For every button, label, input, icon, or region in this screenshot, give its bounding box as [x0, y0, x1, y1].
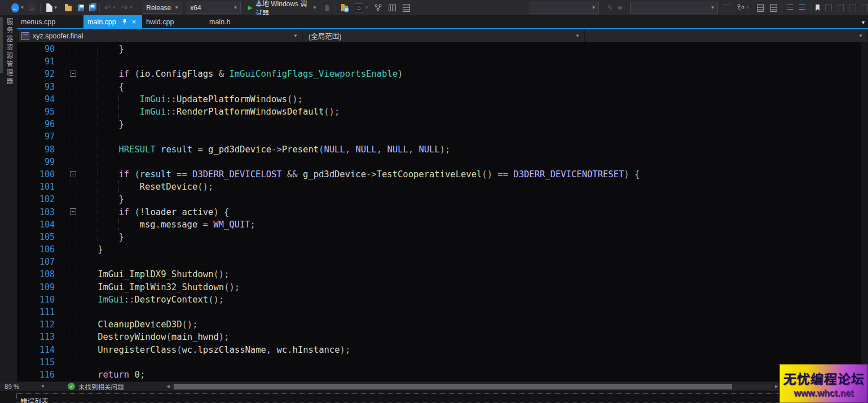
navigate-back-button[interactable]: ← [11, 3, 19, 12]
tab-menus-cpp[interactable]: menus.cpp [17, 15, 83, 28]
code-line[interactable]: 96} [17, 118, 861, 130]
code-line[interactable]: 106} [17, 243, 861, 256]
code-text: } [77, 243, 861, 256]
project-scope-select[interactable]: ⁺⁺ xyz.spoofer.final ▼ [19, 30, 303, 42]
start-debugger-dropdown[interactable]: ▼ [312, 5, 317, 10]
code-line[interactable]: 97 [17, 130, 861, 143]
line-number: 106 [17, 244, 62, 255]
left-strip-scrollbar[interactable] [0, 17, 3, 73]
zoom-level-select[interactable]: 89 % ▼ [5, 383, 45, 390]
line-number: 101 [17, 182, 62, 192]
code-line[interactable]: 108ImGui_ImplDX9_Shutdown(); [17, 268, 861, 281]
paste-window-icon[interactable] [770, 4, 777, 12]
code-line[interactable]: 90} [17, 43, 861, 55]
pin-icon[interactable] [122, 19, 127, 25]
code-line[interactable]: 107 [17, 256, 861, 268]
code-line[interactable]: 98HRESULT result = g_pd3dDevice->Present… [17, 143, 861, 156]
fold-collapse-icon[interactable] [70, 208, 76, 214]
tab-main-cpp[interactable]: main.cpp × [83, 15, 142, 28]
code-line[interactable]: 101ResetDevice(); [17, 181, 861, 193]
hscroll-thumb[interactable] [174, 384, 732, 389]
code-line[interactable]: 110ImGui::DestroyContext(); [17, 294, 861, 306]
line-number: 95 [17, 107, 62, 117]
tab-main-h[interactable]: main.h [204, 15, 255, 28]
document-health-indicator[interactable]: ✓ 未找到相关问题 [68, 382, 124, 391]
fold-margin [69, 55, 77, 68]
close-icon[interactable]: × [132, 18, 136, 25]
profiler-flame-icon[interactable] [325, 5, 329, 11]
source-control-dropdown[interactable]: ▼ [746, 5, 750, 10]
code-line[interactable]: 92if (io.ConfigFlags & ImGuiConfigFlags_… [17, 68, 861, 80]
navigate-forward-button[interactable]: → [28, 3, 36, 12]
increase-indent-icon[interactable] [799, 5, 805, 11]
run-disabled-icon: ▶ [618, 4, 623, 11]
editor-horizontal-scrollbar[interactable]: ◀ ▶ [166, 383, 778, 390]
edit-pencil-icon[interactable]: ✎ [607, 4, 613, 12]
fold-collapse-icon[interactable] [70, 71, 76, 77]
start-debugger-button[interactable]: 本地 Windows 调试器 [255, 0, 311, 17]
member-scope-select[interactable]: ▼ [585, 30, 868, 42]
scroll-right-icon[interactable]: ▶ [773, 384, 778, 389]
hscroll-track[interactable] [172, 384, 773, 389]
code-line[interactable]: 104msg.message = WM_QUIT; [17, 218, 861, 231]
memory-window-icon[interactable] [389, 5, 396, 11]
toolbar-combo-3[interactable]: ▼ [530, 2, 600, 14]
code-line[interactable]: 111 [17, 306, 861, 318]
code-line[interactable]: 99 [17, 156, 861, 168]
code-line[interactable]: 116return 0; [17, 369, 861, 381]
bookmark-icon[interactable] [816, 5, 819, 11]
code-line[interactable]: 109ImGui_ImplWin32_Shutdown(); [17, 281, 861, 294]
home-window-icon[interactable]: ⌂ [355, 3, 364, 12]
code-line[interactable]: 100if (result == D3DERR_DEVICELOST && g_… [17, 168, 861, 181]
code-line[interactable]: 112CleanupDeviceD3D(); [17, 318, 861, 331]
code-line[interactable]: 91 [17, 55, 861, 68]
error-list-panel-header[interactable]: 错误列表 [16, 393, 863, 402]
line-number: 111 [17, 307, 62, 317]
decrease-indent-icon[interactable] [787, 5, 793, 11]
code-line[interactable]: 102} [17, 193, 861, 205]
new-file-dropdown[interactable]: ▼ [54, 5, 58, 10]
code-line[interactable]: 93{ [17, 81, 861, 93]
tab-hwid-cpp[interactable]: hwid.cpp [142, 15, 204, 28]
active-tab-underline [17, 28, 868, 29]
registers-window-icon[interactable] [403, 4, 409, 12]
copy-window-icon[interactable] [757, 4, 764, 12]
open-file-icon[interactable] [65, 6, 72, 11]
server-explorer-vertical-tab[interactable]: 服务器资源管理器 [5, 18, 14, 86]
fold-margin [69, 306, 77, 318]
attach-process-icon[interactable] [374, 4, 382, 13]
redo-icon[interactable]: ↷ [121, 3, 128, 12]
code-line[interactable]: 115 [17, 356, 861, 369]
toolbar-combo-4[interactable]: ▼ [630, 2, 718, 14]
navigate-back-dropdown[interactable]: ▼ [20, 5, 25, 10]
save-icon[interactable] [78, 5, 84, 11]
save-all-icon[interactable] [89, 5, 95, 11]
code-editor[interactable]: 90}9192if (io.ConfigFlags & ImGuiConfigF… [17, 42, 861, 382]
type-scope-select[interactable]: (全局范围) ▼ [303, 30, 585, 42]
solution-platforms-select[interactable]: x64 ▼ [187, 2, 241, 14]
code-tokens: } [77, 194, 124, 204]
editor-vertical-scrollbar[interactable] [861, 42, 868, 382]
home-window-dropdown[interactable]: ▼ [364, 5, 369, 10]
undo-dropdown[interactable]: ▼ [112, 5, 117, 10]
tab-list-dropdown[interactable]: ▼ [861, 20, 866, 25]
undo-icon[interactable]: ↶ [104, 3, 111, 12]
new-file-icon[interactable] [46, 3, 52, 12]
solution-configurations-select[interactable]: Release ▼ [143, 2, 182, 14]
code-line[interactable]: 113DestroyWindow(main_hwnd); [17, 331, 861, 343]
chevron-down-icon: ▼ [233, 5, 238, 10]
code-line[interactable]: 103if (!loader_active) { [17, 205, 861, 218]
code-line[interactable]: 94ImGui::UpdatePlatformWindows(); [17, 93, 861, 106]
code-tokens: if (!loader_active) { [77, 207, 229, 217]
source-control-icon[interactable] [737, 4, 744, 13]
code-line[interactable]: 114UnregisterClass(wc.lpszClassName, wc.… [17, 344, 861, 356]
fold-margin [69, 168, 77, 181]
find-in-files-icon[interactable] [341, 6, 348, 11]
scroll-left-icon[interactable]: ◀ [166, 384, 172, 389]
code-text: } [77, 193, 861, 205]
redo-dropdown[interactable]: ▼ [129, 5, 133, 10]
indent-guide [77, 306, 77, 318]
fold-collapse-icon[interactable] [70, 171, 76, 177]
code-line[interactable]: 95ImGui::RenderPlatformWindowsDefault(); [17, 106, 861, 118]
code-line[interactable]: 105} [17, 231, 861, 243]
